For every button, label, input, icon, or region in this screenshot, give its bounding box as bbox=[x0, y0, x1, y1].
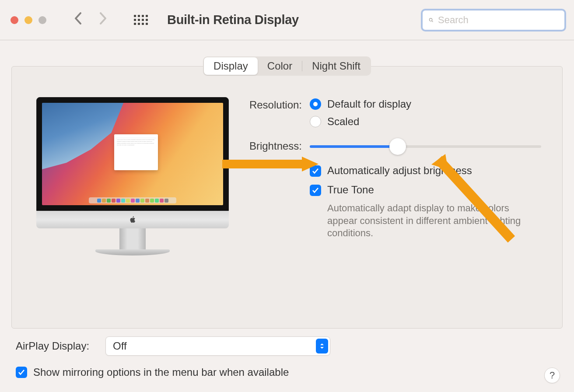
true-tone-checkbox[interactable]: True Tone bbox=[310, 184, 546, 196]
auto-brightness-label: Automatically adjust brightness bbox=[327, 164, 472, 177]
toolbar: Built-in Retina Display bbox=[0, 0, 574, 40]
radio-unchecked-icon bbox=[310, 116, 321, 127]
chevron-updown-icon bbox=[316, 339, 328, 354]
svg-line-1 bbox=[432, 21, 433, 22]
slider-fill bbox=[310, 145, 398, 148]
resolution-scaled-option[interactable]: Scaled bbox=[310, 116, 546, 128]
true-tone-description: Automatically adapt display to make colo… bbox=[327, 202, 528, 240]
brightness-slider[interactable] bbox=[310, 145, 541, 148]
airplay-label: AirPlay Display: bbox=[16, 340, 105, 352]
preview-dock-icon bbox=[89, 197, 176, 203]
resolution-label: Resolution: bbox=[242, 98, 310, 133]
search-field-wrap[interactable] bbox=[421, 9, 566, 32]
resolution-default-label: Default for display bbox=[327, 98, 411, 110]
resolution-default-option[interactable]: Default for display bbox=[310, 98, 546, 110]
true-tone-label: True Tone bbox=[327, 184, 374, 196]
display-preview: Lorem ipsum dolor sit amet consectetur a… bbox=[36, 97, 229, 256]
tab-color[interactable]: Color bbox=[258, 57, 302, 75]
tab-bar: Display Color Night Shift bbox=[203, 56, 371, 76]
mirroring-label: Show mirroring options in the menu bar w… bbox=[33, 366, 289, 378]
brightness-label: Brightness: bbox=[242, 139, 310, 152]
airplay-value: Off bbox=[113, 340, 127, 352]
close-button[interactable] bbox=[10, 16, 18, 24]
apple-logo-icon bbox=[129, 216, 136, 224]
airplay-dropdown[interactable]: Off bbox=[105, 336, 330, 356]
settings-panel: Lorem ipsum dolor sit amet consectetur a… bbox=[11, 66, 563, 329]
minimize-button[interactable] bbox=[24, 16, 32, 24]
resolution-scaled-label: Scaled bbox=[327, 116, 359, 128]
nav-arrows bbox=[74, 12, 107, 28]
page-title: Built-in Retina Display bbox=[167, 13, 299, 27]
checkbox-checked-icon bbox=[16, 367, 27, 378]
svg-point-0 bbox=[429, 18, 432, 21]
preview-window-icon: Lorem ipsum dolor sit amet consectetur a… bbox=[114, 134, 158, 170]
mirroring-checkbox[interactable]: Show mirroring options in the menu bar w… bbox=[16, 366, 563, 378]
search-input[interactable] bbox=[438, 14, 558, 26]
window-controls bbox=[10, 16, 46, 24]
search-icon bbox=[429, 15, 434, 25]
zoom-button-disabled bbox=[38, 16, 46, 24]
checkbox-checked-icon bbox=[310, 185, 321, 196]
radio-checked-icon bbox=[310, 98, 321, 110]
forward-button bbox=[100, 12, 107, 28]
back-button[interactable] bbox=[74, 12, 81, 28]
auto-brightness-checkbox[interactable]: Automatically adjust brightness bbox=[310, 164, 546, 177]
slider-thumb[interactable] bbox=[389, 138, 406, 155]
tab-display[interactable]: Display bbox=[204, 57, 258, 75]
checkbox-checked-icon bbox=[310, 165, 321, 177]
tab-night-shift[interactable]: Night Shift bbox=[302, 57, 370, 75]
show-all-icon[interactable] bbox=[134, 15, 148, 25]
help-button[interactable]: ? bbox=[544, 368, 560, 383]
